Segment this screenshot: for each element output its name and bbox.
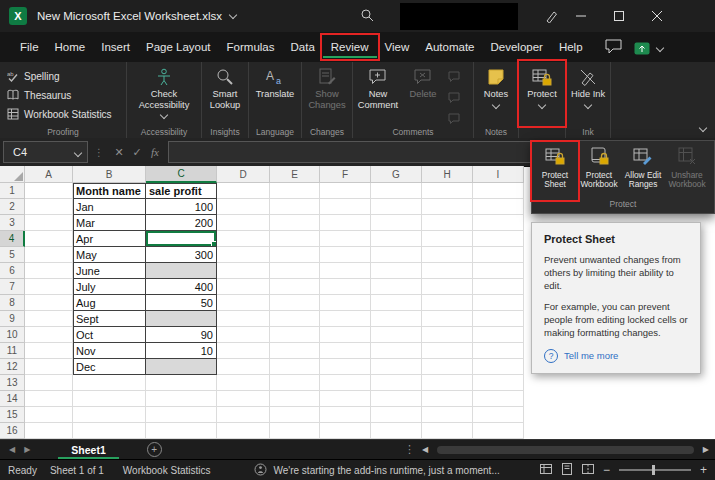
cell-A13[interactable]: [25, 375, 73, 391]
flyout-item-unshare-workbook[interactable]: Unshare Workbook: [665, 143, 709, 199]
cell-C9[interactable]: [146, 311, 217, 327]
show-comments-icon[interactable]: [448, 110, 460, 128]
cell-B15[interactable]: [73, 407, 146, 423]
cell-F15[interactable]: [320, 407, 371, 423]
cell-H3[interactable]: [422, 215, 473, 231]
cell-A8[interactable]: [25, 295, 73, 311]
cell-E1[interactable]: [270, 183, 320, 199]
cell-A5[interactable]: [25, 247, 73, 263]
zoom-out-button[interactable]: −: [603, 463, 610, 477]
cell-E3[interactable]: [270, 215, 320, 231]
cell-H16[interactable]: [422, 423, 473, 439]
cell-C14[interactable]: [146, 391, 217, 407]
cell-F4[interactable]: [320, 231, 371, 247]
column-header-B[interactable]: B: [73, 166, 146, 183]
cell-F11[interactable]: [320, 343, 371, 359]
hscroll-left-icon[interactable]: ◀: [422, 445, 428, 454]
column-header-A[interactable]: A: [25, 166, 73, 183]
row-header-11[interactable]: 11: [0, 343, 25, 359]
flyout-item-protect-workbook[interactable]: Protect Workbook: [577, 143, 621, 199]
cell-C3[interactable]: 200: [146, 215, 217, 231]
tab-view[interactable]: View: [377, 36, 418, 58]
row-header-14[interactable]: 14: [0, 391, 25, 407]
cell-G8[interactable]: [371, 295, 422, 311]
cell-G12[interactable]: [371, 359, 422, 375]
hscroll-right-icon[interactable]: ▶: [703, 445, 709, 454]
cell-D1[interactable]: [217, 183, 270, 199]
tab-formulas[interactable]: Formulas: [219, 36, 283, 58]
zoom-slider-thumb[interactable]: [652, 465, 655, 475]
tell-me-more-link[interactable]: ? Tell me more: [544, 349, 688, 363]
cell-F12[interactable]: [320, 359, 371, 375]
cell-I6[interactable]: [473, 263, 524, 279]
cell-H12[interactable]: [422, 359, 473, 375]
cell-B8[interactable]: Aug: [73, 295, 146, 311]
cell-E2[interactable]: [270, 199, 320, 215]
cell-H15[interactable]: [422, 407, 473, 423]
cell-E7[interactable]: [270, 279, 320, 295]
status-message[interactable]: We're starting the add-ins runtime, just…: [254, 463, 499, 478]
title-chevron-icon[interactable]: [229, 11, 237, 19]
cell-F8[interactable]: [320, 295, 371, 311]
new-sheet-button[interactable]: +: [147, 442, 162, 457]
cell-B4[interactable]: Apr: [73, 231, 146, 247]
cell-E16[interactable]: [270, 423, 320, 439]
sheet-nav-right-icon[interactable]: ▶: [24, 445, 30, 454]
flyout-item-protect-sheet[interactable]: Protect Sheet: [533, 143, 577, 199]
row-header-7[interactable]: 7: [0, 279, 25, 295]
cell-I13[interactable]: [473, 375, 524, 391]
select-all-button[interactable]: [0, 166, 25, 183]
cell-H7[interactable]: [422, 279, 473, 295]
row-header-5[interactable]: 5: [0, 247, 25, 263]
cell-A16[interactable]: [25, 423, 73, 439]
cell-B13[interactable]: [73, 375, 146, 391]
column-header-G[interactable]: G: [371, 166, 422, 183]
translate-button[interactable]: Aa Translate: [250, 62, 300, 125]
cell-F13[interactable]: [320, 375, 371, 391]
column-header-I[interactable]: I: [473, 166, 524, 183]
cell-H1[interactable]: [422, 183, 473, 199]
cell-A10[interactable]: [25, 327, 73, 343]
cell-F14[interactable]: [320, 391, 371, 407]
cell-I10[interactable]: [473, 327, 524, 343]
row-header-1[interactable]: 1: [0, 183, 25, 199]
cell-B16[interactable]: [73, 423, 146, 439]
close-button[interactable]: [638, 0, 676, 32]
cell-B1[interactable]: Month name: [73, 183, 146, 199]
cell-H11[interactable]: [422, 343, 473, 359]
tab-automate[interactable]: Automate: [417, 36, 482, 58]
cell-A14[interactable]: [25, 391, 73, 407]
tab-developer[interactable]: Developer: [482, 36, 550, 58]
cell-B6[interactable]: June: [73, 263, 146, 279]
row-header-9[interactable]: 9: [0, 311, 25, 327]
cell-D13[interactable]: [217, 375, 270, 391]
cell-F1[interactable]: [320, 183, 371, 199]
cell-B3[interactable]: Mar: [73, 215, 146, 231]
horizontal-scrollbar[interactable]: [437, 446, 694, 454]
cell-C16[interactable]: [146, 423, 217, 439]
cell-D12[interactable]: [217, 359, 270, 375]
sheet-nav-left-icon[interactable]: ◀: [9, 445, 15, 454]
tab-help[interactable]: Help: [551, 36, 591, 58]
cell-H9[interactable]: [422, 311, 473, 327]
cell-F6[interactable]: [320, 263, 371, 279]
cell-I4[interactable]: [473, 231, 524, 247]
name-box[interactable]: C4: [3, 141, 88, 163]
row-header-12[interactable]: 12: [0, 359, 25, 375]
maximize-button[interactable]: [600, 0, 638, 32]
cell-E14[interactable]: [270, 391, 320, 407]
cell-D14[interactable]: [217, 391, 270, 407]
cell-G11[interactable]: [371, 343, 422, 359]
cell-E11[interactable]: [270, 343, 320, 359]
cell-E10[interactable]: [270, 327, 320, 343]
row-header-2[interactable]: 2: [0, 199, 25, 215]
cell-E6[interactable]: [270, 263, 320, 279]
status-workbook-statistics[interactable]: Workbook Statistics: [123, 465, 211, 476]
zoom-in-button[interactable]: +: [700, 463, 707, 477]
cell-F10[interactable]: [320, 327, 371, 343]
cell-C4[interactable]: [146, 231, 217, 247]
cell-C11[interactable]: 10: [146, 343, 217, 359]
workbook-statistics-button[interactable]: Workbook Statistics: [0, 105, 126, 124]
cell-D3[interactable]: [217, 215, 270, 231]
cell-D16[interactable]: [217, 423, 270, 439]
